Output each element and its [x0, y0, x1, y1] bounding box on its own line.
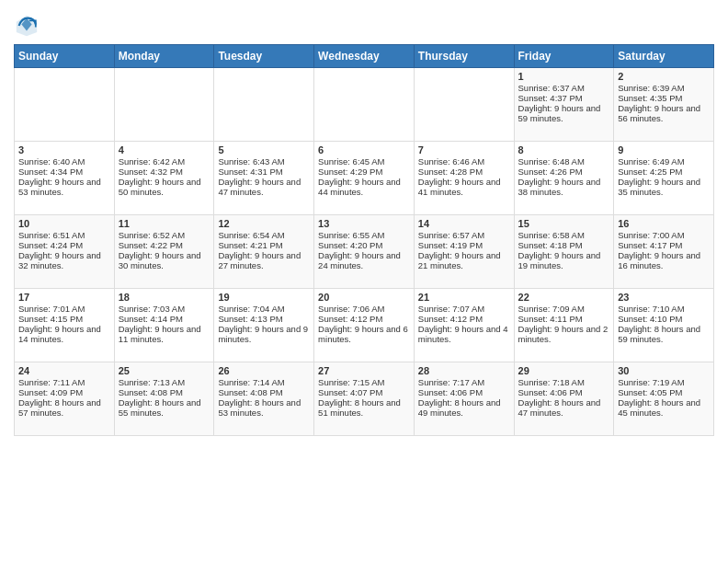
day-number: 17	[18, 292, 110, 303]
logo	[14, 13, 43, 39]
day-info: Sunset: 4:07 PM	[318, 387, 410, 397]
calendar-cell: 13Sunrise: 6:55 AMSunset: 4:20 PMDayligh…	[314, 215, 415, 289]
day-info: Sunrise: 6:55 AM	[318, 230, 410, 240]
calendar-cell: 11Sunrise: 6:52 AMSunset: 4:22 PMDayligh…	[114, 215, 214, 289]
day-info: Daylight: 9 hours and 32 minutes.	[18, 250, 110, 270]
day-info: Sunrise: 7:13 AM	[119, 377, 210, 387]
day-info: Sunset: 4:08 PM	[218, 387, 310, 397]
day-info: Sunset: 4:05 PM	[618, 387, 710, 397]
day-info: Sunrise: 7:17 AM	[418, 377, 510, 387]
calendar-week-row: 17Sunrise: 7:01 AMSunset: 4:15 PMDayligh…	[15, 289, 714, 362]
day-info: Daylight: 9 hours and 27 minutes.	[218, 250, 310, 270]
day-number: 1	[518, 71, 610, 82]
calendar-week-row: 1Sunrise: 6:37 AMSunset: 4:37 PMDaylight…	[15, 68, 714, 142]
calendar-cell	[15, 68, 115, 142]
calendar-week-row: 10Sunrise: 6:51 AMSunset: 4:24 PMDayligh…	[15, 215, 714, 289]
day-info: Sunrise: 7:18 AM	[518, 377, 610, 387]
day-info: Daylight: 9 hours and 19 minutes.	[518, 250, 610, 270]
day-number: 4	[119, 144, 210, 155]
day-info: Sunrise: 7:03 AM	[119, 304, 210, 314]
day-number: 27	[318, 365, 410, 376]
calendar-cell: 24Sunrise: 7:11 AMSunset: 4:09 PMDayligh…	[15, 362, 115, 436]
day-info: Daylight: 9 hours and 53 minutes.	[18, 177, 110, 197]
calendar-cell: 30Sunrise: 7:19 AMSunset: 4:05 PMDayligh…	[614, 362, 714, 436]
day-info: Sunset: 4:08 PM	[119, 387, 210, 397]
calendar-cell: 2Sunrise: 6:39 AMSunset: 4:35 PMDaylight…	[614, 68, 714, 142]
calendar-cell: 4Sunrise: 6:42 AMSunset: 4:32 PMDaylight…	[114, 142, 214, 215]
day-number: 18	[119, 292, 210, 303]
day-info: Daylight: 9 hours and 44 minutes.	[318, 177, 410, 197]
day-number: 25	[119, 365, 210, 376]
day-info: Sunset: 4:10 PM	[618, 314, 710, 324]
day-info: Sunrise: 6:49 AM	[618, 156, 710, 167]
day-info: Sunrise: 6:45 AM	[318, 156, 410, 167]
day-number: 3	[18, 144, 110, 155]
calendar-cell: 23Sunrise: 7:10 AMSunset: 4:10 PMDayligh…	[614, 289, 714, 362]
day-info: Sunset: 4:06 PM	[518, 387, 610, 397]
day-number: 30	[618, 365, 710, 376]
day-info: Daylight: 9 hours and 24 minutes.	[318, 250, 410, 270]
day-number: 10	[18, 218, 110, 229]
calendar-cell: 7Sunrise: 6:46 AMSunset: 4:28 PMDaylight…	[414, 142, 514, 215]
calendar-cell: 20Sunrise: 7:06 AMSunset: 4:12 PMDayligh…	[314, 289, 415, 362]
calendar-cell: 9Sunrise: 6:49 AMSunset: 4:25 PMDaylight…	[614, 142, 714, 215]
day-info: Daylight: 9 hours and 30 minutes.	[119, 250, 210, 270]
day-info: Sunrise: 7:04 AM	[218, 304, 310, 314]
calendar-cell	[414, 68, 514, 142]
day-info: Sunset: 4:13 PM	[218, 314, 310, 324]
day-info: Daylight: 9 hours and 9 minutes.	[218, 324, 310, 344]
day-info: Sunset: 4:31 PM	[218, 167, 310, 177]
day-info: Sunrise: 7:14 AM	[218, 377, 310, 387]
day-info: Daylight: 9 hours and 2 minutes.	[518, 324, 610, 344]
day-number: 19	[218, 292, 310, 303]
day-info: Daylight: 9 hours and 4 minutes.	[418, 324, 510, 344]
calendar-cell: 3Sunrise: 6:40 AMSunset: 4:34 PMDaylight…	[15, 142, 115, 215]
day-number: 20	[318, 292, 410, 303]
day-info: Daylight: 9 hours and 6 minutes.	[318, 324, 410, 344]
day-info: Sunset: 4:32 PM	[119, 167, 210, 177]
day-number: 2	[618, 71, 710, 82]
col-header-wednesday: Wednesday	[314, 45, 415, 68]
day-info: Sunrise: 6:57 AM	[418, 230, 510, 240]
day-info: Sunset: 4:24 PM	[18, 240, 110, 250]
day-info: Sunrise: 7:15 AM	[318, 377, 410, 387]
calendar-week-row: 24Sunrise: 7:11 AMSunset: 4:09 PMDayligh…	[15, 362, 714, 436]
calendar-cell: 6Sunrise: 6:45 AMSunset: 4:29 PMDaylight…	[314, 142, 415, 215]
col-header-friday: Friday	[514, 45, 614, 68]
calendar-cell: 28Sunrise: 7:17 AMSunset: 4:06 PMDayligh…	[414, 362, 514, 436]
calendar-cell: 12Sunrise: 6:54 AMSunset: 4:21 PMDayligh…	[214, 215, 314, 289]
day-info: Sunrise: 7:07 AM	[418, 304, 510, 314]
calendar-cell: 21Sunrise: 7:07 AMSunset: 4:12 PMDayligh…	[414, 289, 514, 362]
col-header-tuesday: Tuesday	[214, 45, 314, 68]
day-info: Sunset: 4:12 PM	[418, 314, 510, 324]
day-info: Daylight: 9 hours and 21 minutes.	[418, 250, 510, 270]
day-info: Sunset: 4:11 PM	[518, 314, 610, 324]
day-info: Daylight: 8 hours and 49 minutes.	[418, 397, 510, 418]
col-header-sunday: Sunday	[15, 45, 115, 68]
day-info: Daylight: 9 hours and 59 minutes.	[518, 103, 610, 123]
col-header-thursday: Thursday	[414, 45, 514, 68]
day-info: Sunrise: 6:46 AM	[418, 156, 510, 167]
day-info: Sunrise: 6:42 AM	[119, 156, 210, 167]
day-info: Sunset: 4:06 PM	[418, 387, 510, 397]
calendar-cell	[314, 68, 415, 142]
day-number: 8	[518, 144, 610, 155]
day-info: Sunrise: 6:52 AM	[119, 230, 210, 240]
day-info: Daylight: 9 hours and 11 minutes.	[119, 324, 210, 344]
day-info: Daylight: 9 hours and 14 minutes.	[18, 324, 110, 344]
calendar-cell: 10Sunrise: 6:51 AMSunset: 4:24 PMDayligh…	[15, 215, 115, 289]
calendar-cell: 26Sunrise: 7:14 AMSunset: 4:08 PMDayligh…	[214, 362, 314, 436]
day-info: Sunset: 4:22 PM	[119, 240, 210, 250]
day-info: Sunrise: 6:54 AM	[218, 230, 310, 240]
day-info: Daylight: 9 hours and 56 minutes.	[618, 103, 710, 123]
col-header-monday: Monday	[114, 45, 214, 68]
calendar-cell	[214, 68, 314, 142]
day-info: Daylight: 8 hours and 53 minutes.	[218, 397, 310, 418]
day-info: Sunset: 4:17 PM	[618, 240, 710, 250]
day-info: Sunrise: 6:40 AM	[18, 156, 110, 167]
day-info: Sunset: 4:15 PM	[18, 314, 110, 324]
day-info: Daylight: 9 hours and 16 minutes.	[618, 250, 710, 270]
calendar-cell: 18Sunrise: 7:03 AMSunset: 4:14 PMDayligh…	[114, 289, 214, 362]
day-info: Daylight: 9 hours and 35 minutes.	[618, 177, 710, 197]
day-info: Sunset: 4:21 PM	[218, 240, 310, 250]
